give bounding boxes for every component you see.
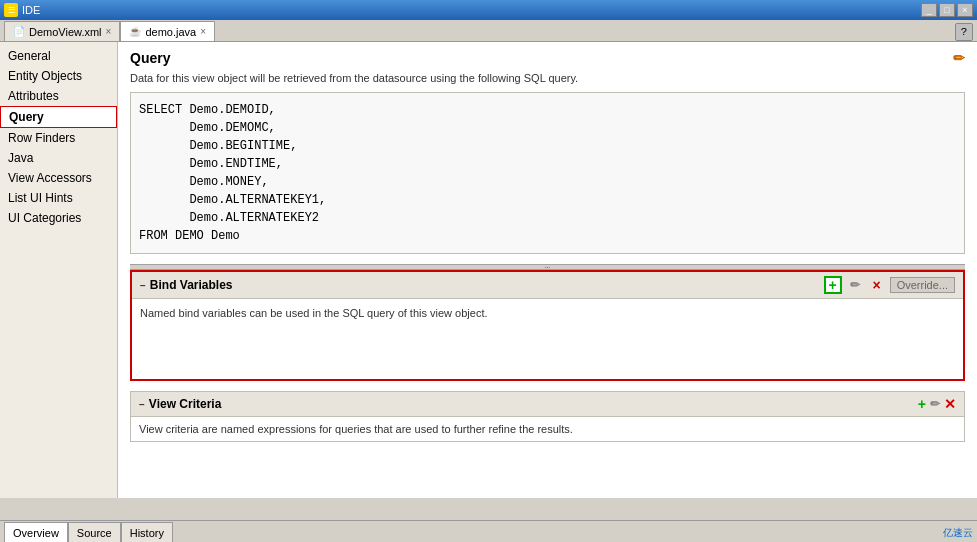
maximize-button[interactable]: □ — [939, 3, 955, 17]
bind-variables-edit-button[interactable]: ✏ — [846, 276, 864, 294]
tab-demoview-label: DemoView.xml — [29, 26, 102, 38]
bind-variables-header-right: + ✏ × Override... — [824, 276, 955, 294]
app-icon: ☰ — [4, 3, 18, 17]
view-criteria-header: − View Criteria + ✏ ✕ — [130, 391, 965, 416]
logo: 亿速云 — [943, 526, 973, 540]
sidebar-item-java[interactable]: Java — [0, 148, 117, 168]
window-controls[interactable]: _ □ × — [921, 3, 973, 17]
sidebar-item-ui-categories[interactable]: UI Categories — [0, 208, 117, 228]
tab-java-icon: ☕ — [129, 26, 141, 37]
bind-variables-body: Named bind variables can be used in the … — [132, 299, 963, 379]
vc-header-left: − View Criteria — [139, 397, 221, 411]
bind-variables-header: − Bind Variables + ✏ × Override... — [132, 272, 963, 299]
sql-content[interactable]: SELECT Demo.DEMOID, Demo.DEMOMC, Demo.BE… — [139, 101, 956, 245]
tab-demo-java[interactable]: ☕ demo.java × — [120, 21, 215, 41]
view-criteria-description: View criteria are named expressions for … — [139, 423, 573, 435]
bottom-tab-overview[interactable]: Overview — [4, 522, 68, 542]
view-criteria-edit-button[interactable]: ✏ — [930, 397, 940, 411]
help-button[interactable]: ? — [955, 23, 973, 41]
bottom-tabs-bar: Overview Source History 亿速云 — [0, 520, 977, 542]
bind-variables-description: Named bind variables can be used in the … — [140, 307, 488, 319]
tab-demo-java-label: demo.java — [145, 26, 196, 38]
editor-tabs: 📄 DemoView.xml × ☕ demo.java × ? — [0, 20, 977, 42]
bottom-tab-source[interactable]: Source — [68, 522, 121, 542]
sidebar: General Entity Objects Attributes Query … — [0, 42, 118, 498]
close-button[interactable]: × — [957, 3, 973, 17]
main-container: General Entity Objects Attributes Query … — [0, 42, 977, 498]
view-criteria-delete-button[interactable]: ✕ — [944, 396, 956, 412]
tab-demoview-xml[interactable]: 📄 DemoView.xml × — [4, 21, 120, 41]
tab-demo-java-close[interactable]: × — [200, 26, 206, 37]
view-criteria-body: View criteria are named expressions for … — [130, 416, 965, 442]
sidebar-item-view-accessors[interactable]: View Accessors — [0, 168, 117, 188]
tab-xml-icon: 📄 — [13, 26, 25, 37]
view-criteria-add-button[interactable]: + — [918, 396, 926, 412]
sidebar-item-list-ui-hints[interactable]: List UI Hints — [0, 188, 117, 208]
title-bar: ☰ IDE _ □ × — [0, 0, 977, 20]
minimize-button[interactable]: _ — [921, 3, 937, 17]
bind-variables-title: Bind Variables — [150, 278, 233, 292]
sidebar-item-attributes[interactable]: Attributes — [0, 86, 117, 106]
view-criteria-title: View Criteria — [149, 397, 221, 411]
bind-variables-collapse-icon[interactable]: − — [140, 280, 146, 291]
query-section-title: Query ✏ — [130, 50, 965, 66]
sql-editor[interactable]: SELECT Demo.DEMOID, Demo.DEMOMC, Demo.BE… — [130, 92, 965, 254]
query-description: Data for this view object will be retrie… — [130, 72, 965, 84]
bind-variables-section: − Bind Variables + ✏ × Override... Named… — [130, 270, 965, 381]
sidebar-item-general[interactable]: General — [0, 46, 117, 66]
bind-variables-override-button[interactable]: Override... — [890, 277, 955, 293]
sidebar-item-query[interactable]: Query — [0, 106, 117, 128]
title-bar-title: IDE — [22, 4, 40, 16]
bottom-tab-history[interactable]: History — [121, 522, 173, 542]
bind-variables-header-left: − Bind Variables — [140, 278, 233, 292]
view-criteria-section: − View Criteria + ✏ ✕ View criteria are … — [130, 391, 965, 442]
sidebar-item-row-finders[interactable]: Row Finders — [0, 128, 117, 148]
content-area: Query ✏ Data for this view object will b… — [118, 42, 977, 498]
query-edit-icon[interactable]: ✏ — [953, 50, 965, 66]
view-criteria-collapse-icon[interactable]: − — [139, 399, 145, 410]
sidebar-item-entity-objects[interactable]: Entity Objects — [0, 66, 117, 86]
bind-variables-delete-button[interactable]: × — [868, 276, 886, 294]
query-title-text: Query — [130, 50, 170, 66]
tab-demoview-close[interactable]: × — [106, 26, 112, 37]
vc-header-right: + ✏ ✕ — [918, 396, 956, 412]
bind-variables-add-button[interactable]: + — [824, 276, 842, 294]
